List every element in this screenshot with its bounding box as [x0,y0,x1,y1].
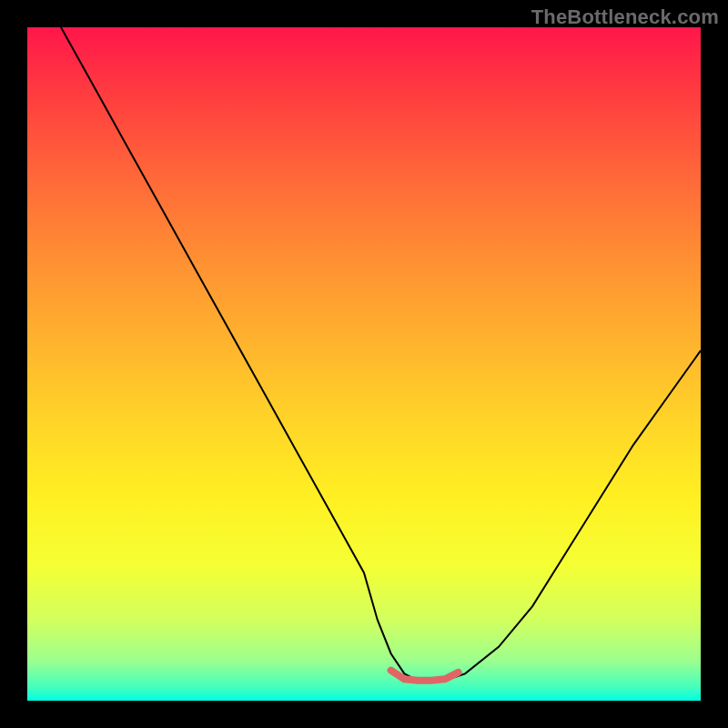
v-curve [61,27,701,681]
plot-area [27,27,701,701]
flat-region-marker [391,671,459,681]
curve-layer [27,27,701,701]
watermark-text: TheBottleneck.com [531,5,719,29]
chart-container: TheBottleneck.com [0,0,728,728]
